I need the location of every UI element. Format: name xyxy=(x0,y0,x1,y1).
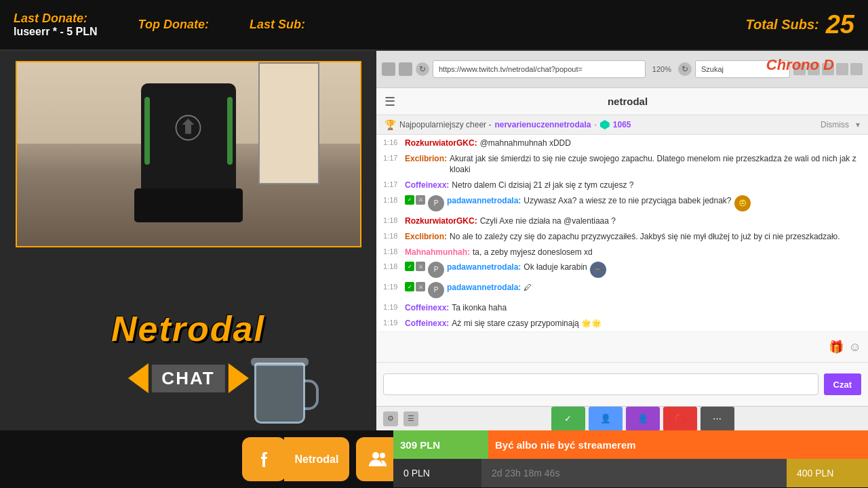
total-subs-section: Total Subs: 25 xyxy=(746,10,854,39)
action-icon-red[interactable]: 🚫 xyxy=(663,407,697,431)
msg-avatar: P xyxy=(428,282,444,298)
chat-message: 1:18 ✓ ⚔ Ppadawannetrodala: Uzywasz Axa?… xyxy=(383,193,861,214)
cheer-gem-icon xyxy=(600,120,610,129)
msg-badges: ✓ ⚔ xyxy=(405,195,425,205)
top-donate-label: Top Donate: xyxy=(138,18,209,32)
chat-bottom: 🎁 ☺ Czat ⚙ ☰ ✓ 👤 👤 🚫 ⋯ xyxy=(376,331,868,430)
browser-icon-4[interactable] xyxy=(836,63,848,75)
browser-back-btn[interactable] xyxy=(382,62,395,76)
chat-header: ☰ netrodal xyxy=(376,88,868,115)
facebook-icon xyxy=(242,437,286,481)
progress-top-row: 309 PLN Być albo nie być streamerem xyxy=(393,430,868,459)
msg-time: 1:18 xyxy=(383,262,402,272)
smiley-icon[interactable]: ☺ xyxy=(849,340,861,354)
msg-avatar: P xyxy=(428,262,444,278)
mug-body xyxy=(254,363,305,424)
browser-zoom: 120% xyxy=(649,65,675,73)
streamer-name: Netrodal xyxy=(111,309,265,348)
msg-text: ta, a zeby myjesz doneslosem xd xyxy=(473,247,593,258)
browser-forward-btn[interactable] xyxy=(399,62,412,76)
msg-username: Coffeinexx: xyxy=(405,180,449,191)
list-icon[interactable]: ☰ xyxy=(403,411,418,426)
chat-message: 1:17Exclibrion: Akurat jak sie śmierdzi … xyxy=(383,151,861,178)
beer-mug xyxy=(241,349,322,424)
chat-message: 1:19Coffeinexx: Ta ikonka haha xyxy=(383,300,861,316)
action-icon-blue[interactable]: 👤 xyxy=(589,407,623,431)
mug-top xyxy=(251,358,309,366)
settings-icon[interactable]: ⚙ xyxy=(383,411,398,426)
msg-text: Aż mi się stare czasy przypominają 🌟🌟 xyxy=(452,318,601,329)
progress-goal: Być albo nie być streamerem xyxy=(488,430,868,459)
progress-time: 2d 23h 18m 46s xyxy=(481,459,787,487)
browser-url-bar[interactable]: https://www.twitch.tv/netrodal/chat?popo… xyxy=(433,60,646,78)
facebook-social-btn[interactable]: Netrodal xyxy=(242,437,350,481)
chat-menu-icon[interactable]: ☰ xyxy=(384,94,395,109)
msg-time: 1:19 xyxy=(383,282,402,292)
badge-verified: ✓ xyxy=(405,282,414,291)
mug-handle xyxy=(304,380,319,410)
msg-time: 1:17 xyxy=(383,180,402,190)
badge-mod: ⚔ xyxy=(416,195,425,205)
action-icon-purple[interactable]: 👤 xyxy=(626,407,660,431)
svg-point-2 xyxy=(380,453,385,458)
chat-button[interactable]: CHAT xyxy=(127,363,248,393)
action-icon-dark[interactable]: ⋯ xyxy=(701,407,734,431)
chat-input-box[interactable] xyxy=(383,373,818,395)
msg-username: RozkurwiatorGKC: xyxy=(405,138,477,149)
badge-mod: ⚔ xyxy=(416,262,425,271)
msg-text: Netro dalem Ci dzisiaj 21 zł jak się z t… xyxy=(452,180,633,191)
msg-username: Coffeinexx: xyxy=(405,318,449,329)
last-sub-label: Last Sub: xyxy=(250,18,305,32)
chat-channel-name: netrodal xyxy=(608,96,648,107)
msg-username: Exclibrion: xyxy=(405,153,447,165)
main-area: Netrodal CHAT ↻ https://www.twitch.tv/ne… xyxy=(0,51,868,430)
msg-text: 🖊 xyxy=(524,282,532,293)
left-panel: Netrodal CHAT xyxy=(0,51,376,430)
arrow-left-icon xyxy=(127,363,148,393)
progress-amount: 309 PLN xyxy=(393,430,488,459)
gift-icon[interactable]: 🎁 xyxy=(829,340,844,354)
chat-label: CHAT xyxy=(151,365,224,392)
popular-cheer-banner: 🏆 Najpopularniejszy cheer - nervarienucz… xyxy=(376,115,868,135)
msg-time: 1:19 xyxy=(383,302,402,312)
progress-bottom-row: 0 PLN 2d 23h 18m 46s 400 PLN xyxy=(393,459,868,487)
last-sub-section: Last Sub: xyxy=(250,18,305,32)
msg-badges: ✓ ⚔ xyxy=(405,282,425,291)
badge-verified: ✓ xyxy=(405,195,414,205)
msg-badges: ✓ ⚔ xyxy=(405,262,425,271)
dismiss-button[interactable]: Dismiss xyxy=(821,120,849,129)
msg-text: Czyli Axe nie działa na @valentiaaa ? xyxy=(480,216,616,227)
msg-username: Exclibrion: xyxy=(405,231,447,243)
progress-section: 309 PLN Być albo nie być streamerem 0 PL… xyxy=(393,430,868,488)
msg-text: Ok ładuje karabin xyxy=(524,262,587,273)
msg-username: padawannetrodala: xyxy=(447,262,521,273)
msg-time: 1:17 xyxy=(383,153,402,163)
badge-mod: ⚔ xyxy=(416,282,425,291)
chat-input-area: Czat xyxy=(376,362,868,406)
czat-send-button[interactable]: Czat xyxy=(824,373,861,395)
progress-total: 400 PLN xyxy=(787,459,868,487)
top-bar: Last Donate: luseerr * - 5 PLN Top Donat… xyxy=(0,0,868,51)
msg-text: Uzywasz Axa? a wiesz ze to nie przyciąga… xyxy=(524,195,731,207)
msg-time: 1:19 xyxy=(383,318,402,328)
chat-message: 1:18Mahnahmunhah: ta, a zeby myjesz done… xyxy=(383,245,861,260)
browser-refresh-btn[interactable]: ↻ xyxy=(416,62,429,76)
action-icon-green[interactable]: ✓ xyxy=(551,407,585,431)
total-subs-label: Total Subs: xyxy=(746,17,819,33)
bottom-bar: Netrodal Bydlaki Netrodala Netrodal 309 … xyxy=(0,430,868,488)
msg-time: 1:18 xyxy=(383,216,402,226)
msg-text: Ta ikonka haha xyxy=(452,302,507,314)
right-panel: ↻ https://www.twitch.tv/netrodal/chat?po… xyxy=(376,51,868,430)
chevron-down-icon[interactable]: ▾ xyxy=(856,120,860,129)
chat-message: 1:18Exclibrion: No ale to zależy czy się… xyxy=(383,229,861,245)
browser-refresh2[interactable]: ↻ xyxy=(678,62,692,76)
msg-end-avatar: 😊 xyxy=(734,195,751,211)
chat-messages: 1:15 ✓ ⚔ Ppadawannetrodala: dobra juz si… xyxy=(376,135,868,335)
browser-icon-5[interactable] xyxy=(850,63,863,75)
last-donate-label: Last Donate: xyxy=(14,12,98,26)
msg-time: 1:16 xyxy=(383,138,402,148)
msg-username: padawannetrodala: xyxy=(447,195,521,207)
chat-toolbar: ⚙ ☰ ✓ 👤 👤 🚫 ⋯ xyxy=(376,406,868,430)
browser-chrome: ↻ https://www.twitch.tv/netrodal/chat?po… xyxy=(376,51,868,88)
browser-search-text: Szukaj xyxy=(701,65,724,73)
